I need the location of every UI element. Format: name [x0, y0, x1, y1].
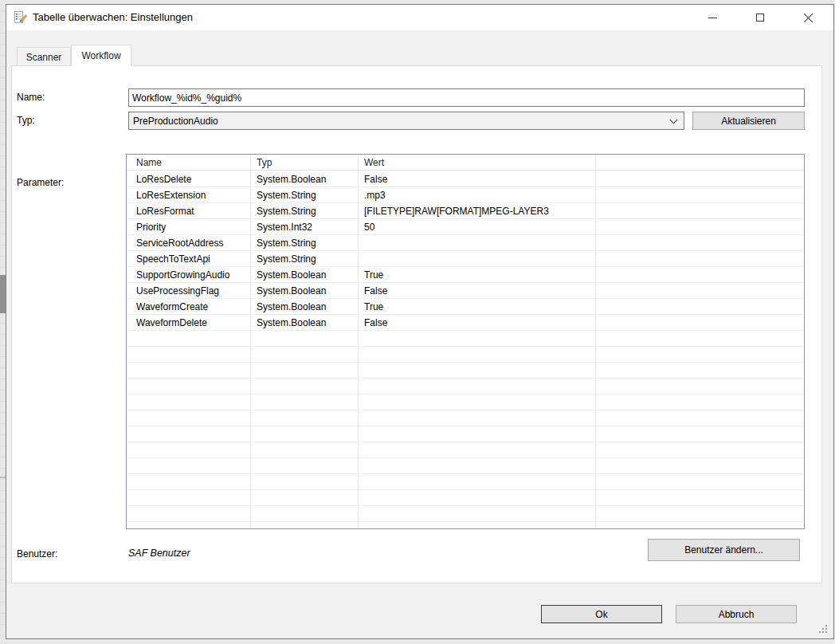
table-cell-typ: System.String	[250, 251, 358, 266]
table-cell-typ	[250, 474, 358, 489]
table-cell-wert	[358, 490, 595, 505]
name-input[interactable]	[128, 88, 805, 107]
table-cell-name: LoResExtension	[127, 187, 250, 202]
aktualisieren-button[interactable]: Aktualisieren	[692, 112, 805, 130]
background-window-divider	[0, 477, 6, 478]
table-row	[127, 442, 804, 458]
table-cell-wert	[358, 331, 595, 346]
table-cell-wert	[358, 235, 595, 250]
table-row	[127, 363, 804, 379]
table-row	[127, 490, 804, 506]
maximize-icon	[756, 14, 764, 22]
table-cell-wert	[358, 442, 595, 457]
titlebar[interactable]: Tabelle überwachen: Einstellungen	[6, 5, 833, 30]
table-cell-typ	[250, 426, 358, 442]
table-cell-typ: System.Boolean	[250, 315, 358, 330]
table-cell-typ	[250, 331, 358, 346]
table-cell-name: Priority	[127, 219, 250, 234]
benutzer-aendern-button[interactable]: Benutzer ändern...	[648, 539, 800, 561]
column-divider	[250, 155, 251, 528]
table-row	[127, 347, 804, 363]
table-cell-wert: False	[358, 283, 595, 298]
table-cell-wert	[358, 379, 595, 394]
table-cell-wert: True	[358, 267, 595, 282]
table-cell-name	[127, 474, 250, 489]
table-cell-name: WaveformCreate	[127, 299, 250, 314]
ok-button[interactable]: Ok	[541, 605, 662, 623]
table-row[interactable]: UseProcessingFlagSystem.BooleanFalse	[127, 283, 804, 299]
tab-workflow[interactable]: Workflow	[71, 45, 131, 66]
table-cell-wert	[358, 363, 595, 378]
table-cell-name	[127, 490, 250, 505]
close-icon	[803, 13, 813, 23]
typ-dropdown-value: PreProductionAudio	[133, 116, 218, 127]
table-cell-typ	[250, 458, 358, 473]
column-header-typ[interactable]: Typ	[250, 155, 358, 170]
tab-scanner[interactable]: Scanner	[17, 47, 71, 66]
maximize-button[interactable]	[736, 5, 784, 30]
table-row	[127, 379, 804, 395]
table-cell-wert	[358, 395, 595, 410]
table-cell-name	[127, 410, 250, 426]
table-cell-typ: System.Boolean	[250, 267, 358, 282]
table-row[interactable]: LoResFormatSystem.String[FILETYPE]RAW[FO…	[127, 203, 804, 219]
table-row[interactable]: WaveformCreateSystem.BooleanTrue	[127, 299, 804, 315]
table-cell-wert	[358, 426, 595, 442]
window-title: Tabelle überwachen: Einstellungen	[33, 5, 193, 30]
window-controls	[688, 5, 832, 30]
table-cell-wert	[358, 410, 595, 426]
table-cell-typ	[250, 442, 358, 457]
column-header-name[interactable]: Name	[127, 155, 250, 170]
table-row[interactable]: SupportGrowingAudioSystem.BooleanTrue	[127, 267, 804, 283]
background-window-edge	[0, 0, 6, 644]
table-cell-name	[127, 331, 250, 346]
table-cell-typ	[250, 379, 358, 394]
minimize-button[interactable]	[688, 5, 736, 30]
table-cell-name	[127, 395, 250, 410]
name-label: Name:	[17, 91, 45, 104]
parameter-table-body: LoResDeleteSystem.BooleanFalseLoResExten…	[127, 171, 804, 528]
column-divider	[358, 155, 359, 528]
table-cell-wert	[358, 251, 595, 266]
benutzer-value: SAF Benutzer	[128, 548, 190, 559]
table-cell-wert: False	[358, 171, 595, 187]
column-header-wert[interactable]: Wert	[358, 155, 595, 170]
table-row[interactable]: LoResDeleteSystem.BooleanFalse	[127, 171, 804, 187]
parameter-label: Parameter:	[17, 176, 64, 189]
table-row[interactable]: SpeechToTextApiSystem.String	[127, 251, 804, 267]
table-cell-name: ServiceRootAddress	[127, 235, 250, 250]
table-cell-typ: System.String	[250, 235, 358, 250]
table-row[interactable]: PrioritySystem.Int3250	[127, 219, 804, 235]
resize-grip-icon[interactable]	[817, 623, 829, 634]
table-row[interactable]: WaveformDeleteSystem.BooleanFalse	[127, 315, 804, 331]
table-row	[127, 395, 804, 410]
table-cell-typ: System.Boolean	[250, 299, 358, 314]
table-cell-wert: .mp3	[358, 187, 595, 202]
table-cell-name	[127, 347, 250, 362]
table-cell-wert	[358, 458, 595, 473]
table-cell-wert: True	[358, 299, 595, 314]
table-row[interactable]: ServiceRootAddressSystem.String	[127, 235, 804, 251]
table-cell-typ	[250, 410, 358, 426]
typ-dropdown[interactable]: PreProductionAudio	[128, 112, 684, 130]
close-button[interactable]	[784, 5, 832, 30]
table-cell-typ	[250, 395, 358, 410]
table-row	[127, 331, 804, 347]
table-cell-wert	[358, 474, 595, 489]
table-cell-name	[127, 363, 250, 378]
column-divider	[595, 155, 596, 528]
table-row	[127, 426, 804, 442]
table-cell-name: SpeechToTextApi	[127, 251, 250, 266]
table-cell-typ: System.Int32	[250, 219, 358, 234]
table-cell-typ: System.String	[250, 187, 358, 202]
background-window-fragment	[0, 275, 6, 313]
table-cell-wert: 50	[358, 219, 595, 234]
table-cell-typ: System.Boolean	[250, 171, 358, 187]
parameter-table: Name Typ Wert LoResDeleteSystem.BooleanF…	[126, 154, 805, 529]
abbruch-button[interactable]: Abbruch	[676, 605, 797, 623]
table-cell-wert	[358, 347, 595, 362]
table-row	[127, 410, 804, 426]
table-row[interactable]: LoResExtensionSystem.String.mp3	[127, 187, 804, 203]
table-cell-name	[127, 426, 250, 442]
benutzer-label: Benutzer:	[17, 548, 57, 560]
